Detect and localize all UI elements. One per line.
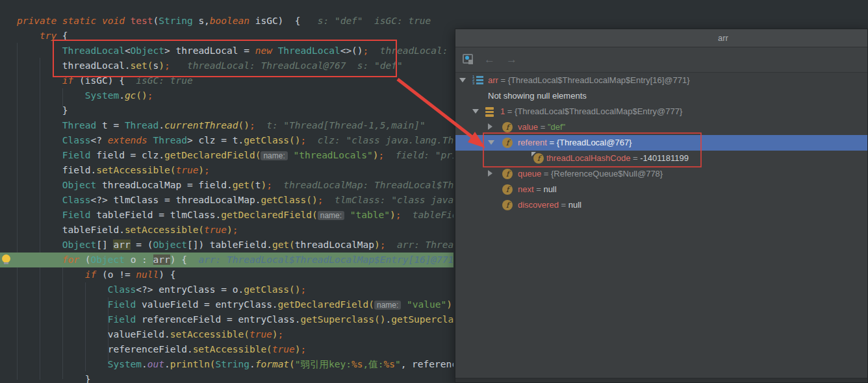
code-token: valueField. — [17, 329, 170, 340]
code-token: <?> entryClass = o. — [136, 284, 244, 295]
tree-row-discovered[interactable]: fdiscovered = null — [455, 197, 867, 213]
code-token: currentThread — [164, 120, 238, 130]
code-line: Object threadLocalMap = field.get(t); th… — [0, 178, 453, 193]
code-token: boolean — [210, 16, 249, 26]
code-token — [17, 120, 62, 130]
tree-row-text: next = null — [518, 184, 557, 194]
code-line: if (isGC) { isGC: true — [0, 73, 453, 88]
code-token: Field — [62, 210, 91, 220]
code-token: format — [255, 359, 289, 369]
code-token: System — [108, 359, 142, 369]
code-line: field.setAccessible(true); — [0, 163, 453, 178]
code-line: System.out.println(String.format("弱引用key… — [0, 357, 453, 372]
code-token — [17, 180, 62, 190]
code-lines: private static void test(String s,boolea… — [0, 14, 453, 383]
code-token: private static void — [17, 16, 131, 26]
array-icon: 123 — [472, 75, 483, 86]
code-token: ; — [278, 329, 284, 340]
code-token: setAccessible( — [193, 344, 272, 354]
code-token: "弱引用key: — [295, 359, 351, 369]
tree-row-null-note[interactable]: Not showing null elements — [455, 88, 867, 104]
code-token: ; — [301, 135, 307, 145]
chevron-down-icon[interactable] — [488, 140, 494, 145]
code-token: referenceField = entryClass. — [136, 314, 300, 325]
chevron-down-icon[interactable] — [472, 109, 479, 114]
field-icon: f — [502, 200, 513, 210]
code-token: Field — [108, 299, 136, 310]
debugger-popup: arr ← → 123arr = {ThreadLocal$ThreadLoca… — [455, 29, 868, 383]
code-line: } — [0, 372, 453, 383]
code-token: Thread — [62, 120, 96, 130]
code-token — [17, 254, 62, 265]
tree-row-text: arr = {ThreadLocal$ThreadLocalMap$Entry[… — [488, 75, 690, 85]
code-token: getSuperclass() — [391, 314, 453, 325]
code-token: Thread — [125, 120, 159, 130]
code-editor[interactable]: private static void test(String s,boolea… — [0, 0, 453, 383]
intention-bulb-icon[interactable] — [2, 254, 10, 263]
code-line: Class<?> tlmClass = threadLocalMap.getCl… — [0, 193, 453, 208]
code-token: tableField. — [17, 225, 125, 235]
code-token: () — [136, 90, 147, 101]
code-token: setAccessible( — [96, 165, 175, 175]
code-token: arr — [153, 254, 170, 265]
field-icon: f — [502, 169, 513, 179]
back-arrow-icon[interactable]: ← — [484, 54, 495, 66]
tree-row-entry-1[interactable]: 1 = {ThreadLocal$ThreadLocalMap$Entry@77… — [455, 104, 867, 119]
code-token: try — [40, 31, 57, 41]
code-token: Object — [131, 45, 164, 56]
tree-row-threadLocalHashCode[interactable]: fthreadLocalHashCode = -1401181199 — [455, 151, 867, 166]
tree-row-next[interactable]: fnext = null — [455, 182, 867, 197]
code-token: if — [85, 269, 96, 280]
code-token: ( — [79, 254, 90, 265]
code-token: } — [17, 374, 91, 383]
code-token: true — [249, 329, 272, 340]
code-token — [17, 359, 108, 369]
list-element-icon — [485, 106, 496, 117]
code-line: threadLocal.set(s); threadLocal: ThreadL… — [0, 58, 453, 73]
code-token — [17, 75, 62, 86]
code-token: s, — [193, 16, 210, 26]
chevron-right-icon[interactable] — [488, 123, 492, 130]
code-token: isGC) { — [249, 16, 301, 26]
code-token: String — [216, 359, 249, 369]
inline-debug-hint: t: "Thread[Thread-1,5,main]" — [255, 120, 426, 130]
code-line: private static void test(String s,boolea… — [0, 14, 453, 29]
code-line: Field field = clz.getDeclaredField(name:… — [0, 148, 453, 163]
tree-row-referent[interactable]: freferent = {ThreadLocal@767} — [455, 135, 867, 151]
code-line: System.gc(); — [0, 88, 453, 103]
code-line: try { — [0, 29, 453, 43]
code-token: getSuperclass() — [301, 314, 386, 325]
code-line: if (o != null) { — [0, 267, 453, 282]
code-token: Object — [62, 180, 96, 190]
code-token: " — [395, 359, 401, 369]
code-token — [17, 299, 108, 310]
chevron-down-icon[interactable] — [459, 78, 466, 82]
code-token: ) — [198, 165, 204, 175]
inline-debug-hint: field: "private java.lang.ThreadLocal$Th… — [384, 150, 453, 160]
code-token: ( — [289, 359, 295, 369]
tree-row-queue[interactable]: fqueue = {ReferenceQueue$Null@778} — [455, 166, 867, 182]
tree-row-arr[interactable]: 123arr = {ThreadLocal$ThreadLocalMap$Ent… — [455, 73, 867, 88]
code-token — [17, 210, 62, 220]
popup-title-bar: arr — [455, 29, 867, 47]
code-token: ; — [147, 90, 153, 101]
code-token: ( — [153, 16, 159, 26]
code-token: get( — [272, 240, 295, 250]
code-token: getDeclaredField( — [221, 210, 317, 220]
code-token: ; — [249, 120, 255, 130]
code-token: <>() — [340, 45, 363, 56]
view-options-icon[interactable] — [463, 54, 474, 65]
chevron-right-icon[interactable] — [488, 170, 492, 177]
code-token: arr — [113, 240, 130, 250]
code-line: ThreadLocal<Object> threadLocal = new Th… — [0, 43, 453, 58]
code-token: Thread — [153, 135, 187, 145]
code-token — [17, 240, 62, 250]
code-token: Field — [62, 150, 91, 160]
tree-row-value[interactable]: fvalue = "def" — [455, 119, 867, 135]
code-token: ; — [363, 45, 369, 56]
code-token: (isGC) { — [73, 75, 125, 86]
code-token: ) — [159, 60, 164, 71]
code-line: referenceField.setAccessible(true); — [0, 342, 453, 357]
code-token — [17, 314, 108, 325]
forward-arrow-icon[interactable]: → — [506, 54, 517, 66]
